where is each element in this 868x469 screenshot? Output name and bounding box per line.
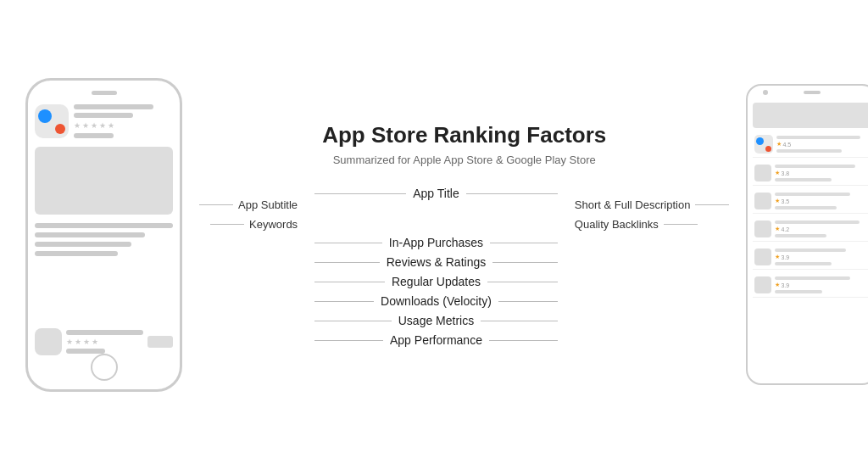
info-line-3 — [74, 133, 114, 138]
line-left-updates — [314, 282, 385, 282]
rl-5b — [775, 262, 832, 265]
label-subtitle: App Subtitle — [238, 198, 298, 211]
star-4: ★ — [99, 121, 106, 130]
row-reviews: Reviews & Ratings — [314, 255, 558, 269]
rating-val-1: 4.5 — [782, 142, 791, 148]
text-line-4 — [35, 251, 118, 256]
iphone-bottom-card: ★ ★ ★ ★ — [35, 328, 173, 355]
row-updates: Regular Updates — [314, 275, 558, 288]
review-row-5: ★ 3.9 — [753, 245, 868, 270]
review-row-3: ★ 3.5 — [753, 189, 868, 214]
rating-3: ★ 3.5 — [775, 198, 868, 204]
review-icon-2 — [754, 165, 771, 181]
line-right-app-title — [466, 193, 558, 194]
bc-star-1: ★ — [66, 338, 73, 346]
line-subtitle — [199, 204, 233, 205]
bc-line-1 — [66, 330, 143, 335]
line-left-perf — [314, 340, 383, 341]
rl-1b — [776, 149, 841, 153]
line-backlinks — [664, 224, 698, 225]
label-regular-updates: Regular Updates — [392, 275, 481, 288]
bc-star-3: ★ — [83, 338, 90, 346]
text-line-2 — [35, 232, 145, 237]
label-backlinks: Quality Backlinks — [575, 218, 659, 231]
factor-right-backlinks: Quality Backlinks — [575, 218, 698, 231]
label-reviews-ratings: Reviews & Ratings — [387, 255, 487, 269]
bc-line-2 — [66, 349, 105, 354]
row-app-title: App Title — [314, 187, 558, 200]
row-performance: App Performance — [314, 333, 558, 347]
s5: ★ — [775, 254, 780, 260]
review-row-6: ★ 3.9 — [753, 273, 868, 298]
small-app-icon — [35, 328, 62, 355]
line-left-downloads — [314, 301, 374, 302]
review-row-4: ★ 4.2 — [753, 217, 868, 242]
label-app-performance: App Performance — [390, 333, 482, 347]
bubble-blue-icon — [38, 109, 52, 123]
rl-2a — [775, 165, 854, 168]
review-icon-3 — [754, 193, 771, 209]
center-content: App Store Ranking Factors Summarized for… — [182, 122, 746, 347]
camera-dot — [763, 90, 768, 95]
text-line-1 — [35, 223, 173, 228]
line-right-reviews — [492, 262, 558, 263]
review-row-1: ★ 4.5 — [753, 131, 868, 158]
info-line-2 — [74, 113, 133, 118]
bc-stars: ★ ★ ★ ★ — [66, 338, 143, 346]
star-2: ★ — [82, 121, 89, 130]
page-title: App Store Ranking Factors — [322, 122, 606, 148]
line-left-app-title — [314, 193, 406, 194]
rating-1: ★ 4.5 — [776, 141, 868, 148]
row-downloads: Downloads (Velocity) — [314, 294, 558, 308]
stars-line: ★ ★ ★ ★ ★ — [74, 121, 173, 130]
bc-button — [147, 336, 173, 348]
rl-4a — [775, 221, 860, 224]
rl-2b — [775, 178, 832, 181]
row-usage: Usage Metrics — [314, 314, 558, 327]
app-icon-android — [754, 135, 773, 154]
s6: ★ — [775, 282, 780, 288]
review-content-5: ★ 3.9 — [775, 248, 868, 265]
line-right-usage — [481, 321, 558, 321]
factor-left-subtitle: App Subtitle — [199, 198, 298, 211]
android-top-bar — [753, 103, 868, 128]
s1: ★ — [776, 141, 782, 148]
line-description — [695, 204, 729, 205]
page-container: ★ ★ ★ ★ ★ ★ — [0, 0, 868, 469]
app-info-lines: ★ ★ ★ ★ ★ — [74, 104, 173, 138]
s2: ★ — [775, 170, 780, 176]
review-content-1: ★ 4.5 — [776, 136, 868, 153]
star-3: ★ — [91, 121, 97, 130]
rating-val-3: 3.5 — [781, 198, 789, 204]
label-keywords: Keywords — [249, 218, 298, 231]
rating-val-5: 3.9 — [781, 254, 789, 260]
rl-6b — [775, 290, 822, 293]
label-description: Short & Full Description — [575, 198, 691, 211]
review-icon-4 — [754, 221, 771, 237]
line-right-perf — [489, 340, 558, 341]
review-icon-6 — [754, 276, 771, 293]
iphone-text-lines — [35, 223, 173, 256]
factors-layout: App Subtitle Keywords App Title — [199, 187, 729, 347]
factor-right-description: Short & Full Description — [575, 198, 730, 211]
label-usage-metrics: Usage Metrics — [398, 314, 474, 327]
factors-center-column: App Title In-App Purchases Reviews & Rat… — [314, 187, 558, 347]
iphone-mockup: ★ ★ ★ ★ ★ ★ — [25, 78, 182, 392]
rl-6a — [775, 276, 850, 280]
factor-left-keywords: Keywords — [210, 218, 298, 231]
rating-val-6: 3.9 — [781, 282, 789, 288]
android-mockup: ★ 4.5 ★ 3.8 ★ 3. — [746, 84, 868, 385]
s3: ★ — [775, 198, 780, 204]
line-left-usage — [314, 321, 392, 321]
line-right-updates — [487, 282, 558, 282]
rl-5a — [775, 248, 845, 252]
star-1: ★ — [74, 121, 81, 130]
review-content-6: ★ 3.9 — [775, 276, 868, 293]
line-left-inapp — [314, 243, 382, 243]
line-keywords — [210, 224, 244, 225]
rating-6: ★ 3.9 — [775, 282, 868, 288]
bc-star-2: ★ — [75, 338, 81, 346]
line-right-inapp — [490, 243, 558, 243]
rating-val-2: 3.8 — [781, 170, 789, 176]
bubble-b-sm — [756, 137, 764, 145]
